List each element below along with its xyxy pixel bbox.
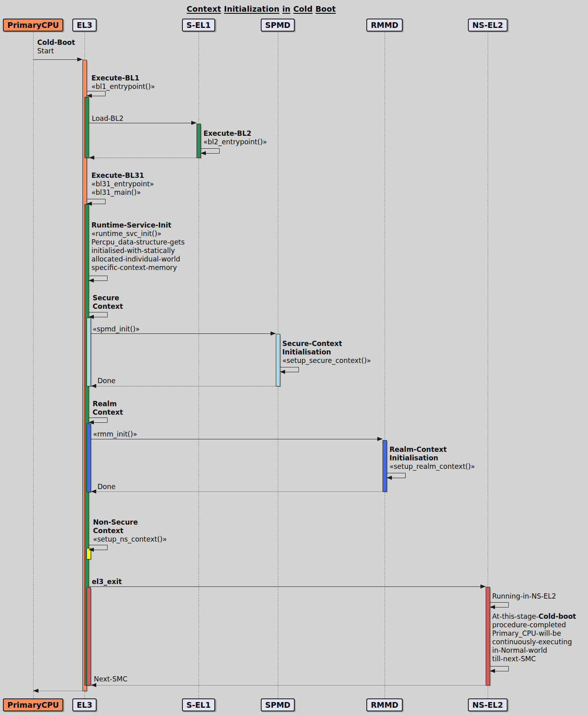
arrowhead [490, 605, 495, 609]
message-label-line: el3_exit [92, 578, 122, 586]
message-label-line: allocated-individual-world [91, 255, 185, 264]
message-label-next-smc: Next-SMC [94, 675, 127, 683]
participant-box-rmmd-bottom: RMMD [366, 698, 403, 711]
message-label-load-bl2: Load-BL2 [92, 114, 123, 123]
message-label-line: Execute-BL1 [91, 74, 155, 82]
message-label-line: Next-SMC [94, 675, 127, 683]
arrowhead [387, 476, 392, 480]
message-label-non-secure-context: Non-SecureContext«setup_ns_context()» [93, 518, 167, 544]
message-label-execute-bl31: Execute-BL31«bl31_entrypoint»«bl31_main(… [91, 171, 154, 197]
participant-box-primarycpu-top: PrimaryCPU [3, 19, 63, 32]
message-label-line: «bl31_main()» [91, 188, 154, 197]
message-label-line: Secure [93, 294, 123, 302]
arrowhead [89, 278, 94, 283]
message-label-line: Cold-Boot [37, 38, 75, 47]
participant-box-ns-el2-top: NS-EL2 [468, 19, 508, 32]
message-label-execute-bl2: Execute-BL2«bl2_entrypoint()» [203, 129, 267, 146]
message-label-rmmd-done: Done [97, 483, 116, 491]
participant-box-s-el1-bottom: S-EL1 [182, 698, 215, 711]
message-label-line: Execute-BL31 [91, 171, 154, 180]
diagram-title-word: Boot [315, 4, 336, 13]
arrowhead [89, 548, 94, 552]
arrowhead [87, 94, 92, 98]
activation-bar-el3-royalblue [87, 424, 91, 492]
message-label-line: «rmm_init()» [93, 430, 137, 439]
diagram-title-word: Cold [293, 4, 313, 13]
message-label-line: «setup_ns_context()» [93, 535, 167, 544]
participant-box-spmd-top: SPMD [261, 19, 295, 32]
message-label-line: Initialisation [282, 348, 371, 356]
arrowhead [77, 57, 82, 61]
message-label-line: «spmd_init()» [93, 325, 140, 333]
message-label-line: specific-context-memory [91, 264, 185, 272]
message-label-line: Context [93, 302, 123, 311]
message-label-line: in-Normal-world [492, 646, 576, 655]
participant-box-el3-top: EL3 [72, 19, 97, 32]
message-label-line: Running-in-NS-EL2 [492, 592, 556, 601]
lifeline-primarycpu [33, 32, 34, 698]
message-label-spmd-done: Done [97, 377, 116, 385]
message-label-rmm-init: «rmm_init()» [93, 430, 137, 439]
arrowhead [490, 669, 495, 673]
arrowhead [91, 489, 96, 494]
message-label-line: continuously-executing [492, 638, 576, 646]
participant-box-s-el1-top: S-EL1 [182, 19, 215, 32]
message-label-cold-boot-start: Cold-BootStart [37, 38, 75, 55]
message-label-secure-context-initialisation: Secure-ContextInitialisation«setup_secur… [282, 340, 371, 365]
message-label-realm-context: RealmContext [93, 400, 123, 417]
arrowhead [33, 689, 38, 693]
arrowhead [377, 437, 383, 441]
arrowhead [201, 151, 206, 155]
diagram-title: Context Initialization in Cold Boot [0, 4, 522, 13]
arrowhead [280, 370, 285, 374]
message-label-line: Realm [93, 400, 123, 408]
arrowhead [89, 156, 94, 160]
message-label-line: Runtime-Service-Init [91, 221, 185, 230]
message-label-line: Non-Secure [93, 518, 167, 527]
message-line-next-smc [91, 685, 486, 685]
message-label-line: Context [93, 408, 123, 417]
message-label-line: Execute-BL2 [203, 129, 267, 138]
arrowhead [89, 315, 94, 319]
diagram-title-word: in [282, 4, 290, 13]
message-label-line: «setup_realm_context()» [389, 462, 475, 471]
diagram-title-word: Context [187, 4, 221, 13]
message-line-spmd-init [91, 333, 276, 334]
message-label-line: At-this-stage-Cold-boot [492, 612, 576, 621]
message-label-running-in-ns-el2: Running-in-NS-EL2 [492, 592, 556, 601]
message-label-line: Context [93, 527, 167, 535]
arrowhead [89, 420, 94, 424]
activation-bar-el3-lightblue [87, 318, 91, 386]
arrowhead [91, 384, 96, 388]
message-label-line: Realm-Context [389, 445, 475, 454]
participant-box-rmmd-top: RMMD [366, 19, 403, 32]
message-label-line: «runtime_svc_init()» [91, 230, 185, 238]
message-label-line: Done [97, 377, 116, 385]
message-label-line: Load-BL2 [92, 114, 123, 123]
diagram-title-word: Initialization [224, 4, 279, 13]
message-label-line: «bl31_entrypoint» [91, 180, 154, 188]
arrowhead [271, 331, 276, 335]
arrowhead [91, 683, 96, 687]
lifeline-rmmd [385, 32, 385, 698]
message-label-spmd-init: «spmd_init()» [93, 325, 140, 333]
message-line-rmmd-done [91, 491, 383, 492]
sequence-diagram: Context Initialization in Cold Boot Prim… [0, 0, 588, 715]
message-line-spmd-done [91, 386, 276, 386]
arrowhead [480, 584, 486, 588]
participant-box-ns-el2-bottom: NS-EL2 [468, 698, 508, 711]
activation-bar-spmd-lightblue [276, 334, 280, 386]
participant-box-spmd-bottom: SPMD [261, 698, 295, 711]
message-label-line: Done [97, 483, 116, 491]
participant-box-el3-bottom: EL3 [72, 698, 97, 711]
message-label-line: till-next-SMC [492, 655, 576, 663]
message-line-el3-exit [89, 586, 486, 587]
message-label-runtime-service-init: Runtime-Service-Init«runtime_svc_init()»… [91, 221, 185, 272]
arrowhead [191, 121, 197, 125]
message-label-secure-context: SecureContext [93, 294, 123, 311]
message-label-line: Percpu_data-structure-gets [91, 238, 185, 247]
message-line-bl2-return [89, 158, 197, 158]
message-label-execute-bl1: Execute-BL1«bl1_entrypoint()» [91, 74, 155, 91]
message-label-el3-exit: el3_exit [92, 578, 122, 586]
message-label-line: «bl2_entrypoint()» [203, 138, 267, 146]
